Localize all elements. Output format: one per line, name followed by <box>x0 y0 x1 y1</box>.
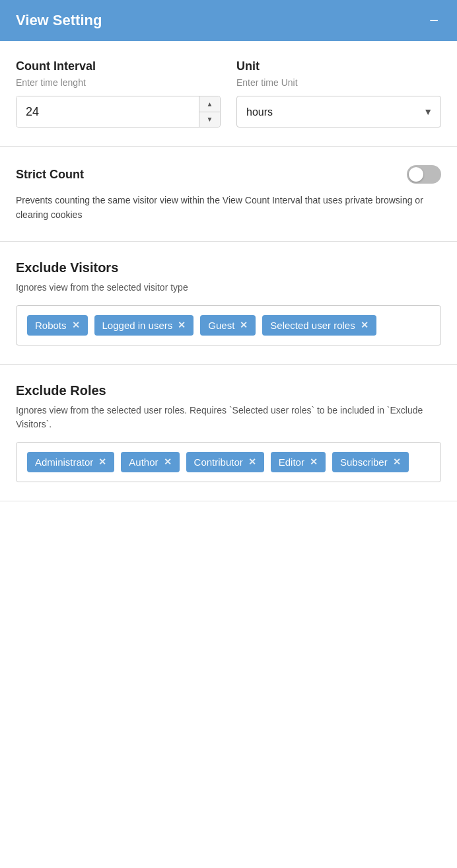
exclude-roles-tags: Administrator ✕ Author ✕ Contributor ✕ E… <box>16 442 441 482</box>
toggle-thumb <box>409 167 423 182</box>
tag-administrator-label: Administrator <box>35 456 93 468</box>
tag-editor: Editor ✕ <box>271 452 326 472</box>
exclude-roles-desc: Ignores view from the selected user role… <box>16 404 441 431</box>
strict-count-description: Prevents counting the same visitor view … <box>16 193 441 223</box>
count-interval-up[interactable]: ▲ <box>199 96 220 112</box>
tag-administrator: Administrator ✕ <box>27 452 114 472</box>
unit-select[interactable]: hours minutes days <box>237 106 415 118</box>
unit-select-wrap: hours minutes days ▼ <box>236 96 441 127</box>
count-interval-down[interactable]: ▼ <box>199 112 220 127</box>
tag-administrator-remove[interactable]: ✕ <box>98 456 106 467</box>
count-interval-input-wrap: ▲ ▼ <box>16 96 221 127</box>
tag-logged-in-remove[interactable]: ✕ <box>178 320 186 330</box>
exclude-visitors-section: Exclude Visitors Ignores view from the s… <box>0 242 457 365</box>
tag-guest-label: Guest <box>208 320 234 331</box>
exclude-visitors-tags: Robots ✕ Logged in users ✕ Guest ✕ Selec… <box>16 305 441 345</box>
tag-guest: Guest ✕ <box>200 315 256 336</box>
chevron-down-icon: ▼ <box>415 106 440 117</box>
minimize-button[interactable]: − <box>427 13 441 28</box>
strict-count-toggle[interactable] <box>407 165 441 184</box>
exclude-roles-title: Exclude Roles <box>16 383 441 398</box>
tag-selected-user-roles-remove[interactable]: ✕ <box>361 320 369 330</box>
tag-guest-remove[interactable]: ✕ <box>240 320 248 330</box>
strict-count-row: Strict Count <box>16 165 441 184</box>
exclude-visitors-title: Exclude Visitors <box>16 260 441 275</box>
count-interval-sublabel: Enter time lenght <box>16 77 221 88</box>
count-interval-spinners: ▲ ▼ <box>199 96 220 127</box>
unit-col: Unit Enter time Unit hours minutes days … <box>236 59 441 127</box>
strict-count-label: Strict Count <box>16 168 84 182</box>
tag-author-remove[interactable]: ✕ <box>164 456 172 467</box>
tag-logged-in-users: Logged in users ✕ <box>94 315 194 336</box>
tag-editor-label: Editor <box>279 456 304 468</box>
tag-author: Author ✕ <box>121 452 179 472</box>
tag-contributor-remove[interactable]: ✕ <box>248 456 256 467</box>
header-title: View Setting <box>16 12 102 29</box>
strict-count-section: Strict Count Prevents counting the same … <box>0 147 457 242</box>
count-interval-input[interactable] <box>17 96 199 127</box>
tag-subscriber: Subscriber ✕ <box>332 452 409 472</box>
unit-sublabel: Enter time Unit <box>236 77 441 88</box>
tag-author-label: Author <box>129 456 158 468</box>
tag-selected-user-roles: Selected user roles ✕ <box>262 315 376 336</box>
tag-subscriber-label: Subscriber <box>340 456 388 468</box>
count-interval-label: Count Interval <box>16 59 221 73</box>
tag-editor-remove[interactable]: ✕ <box>310 456 318 467</box>
tag-subscriber-remove[interactable]: ✕ <box>393 456 401 467</box>
tag-robots: Robots ✕ <box>27 315 88 336</box>
exclude-roles-section: Exclude Roles Ignores view from the sele… <box>0 365 457 501</box>
count-interval-row: Count Interval Enter time lenght ▲ ▼ Uni… <box>16 59 441 127</box>
tag-contributor: Contributor ✕ <box>186 452 264 472</box>
count-interval-section: Count Interval Enter time lenght ▲ ▼ Uni… <box>0 41 457 147</box>
exclude-visitors-desc: Ignores view from the selected visitor t… <box>16 281 441 295</box>
tag-robots-remove[interactable]: ✕ <box>72 320 80 330</box>
tag-logged-in-label: Logged in users <box>102 320 173 331</box>
tag-contributor-label: Contributor <box>194 456 243 468</box>
count-interval-col: Count Interval Enter time lenght ▲ ▼ <box>16 59 221 127</box>
header: View Setting − <box>0 0 457 41</box>
tag-robots-label: Robots <box>35 320 67 331</box>
tag-selected-user-roles-label: Selected user roles <box>270 320 355 331</box>
unit-label: Unit <box>236 59 441 73</box>
